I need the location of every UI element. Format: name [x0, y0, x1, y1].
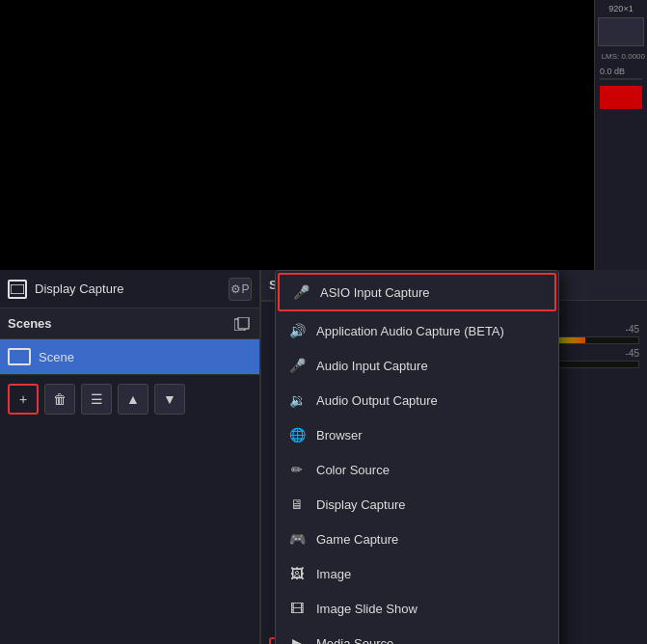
source-settings-button[interactable]: ☰: [81, 384, 112, 415]
delete-icon: 🗑: [53, 391, 67, 407]
scenes-panel-header: Scenes: [0, 309, 259, 339]
scene-item-label: Scene: [39, 350, 74, 364]
svg-rect-2: [238, 317, 249, 329]
svg-rect-3: [13, 352, 25, 362]
menu-icon-asio-input-capture: 🎤: [291, 282, 310, 302]
menu-item-browser[interactable]: 🌐Browser: [276, 417, 558, 452]
preview-right: 920×1 LMS: 0.0000 0.0 dB: [594, 0, 647, 270]
preview-area: 920×1 LMS: 0.0000 0.0 dB: [0, 0, 647, 270]
db-bar-container-1: [600, 78, 642, 80]
menu-icon-display-capture: 🖥: [287, 495, 307, 514]
menu-item-label-display-capture: Display Capture: [316, 497, 547, 512]
monitor-label: 920×1: [608, 4, 633, 13]
menu-icon-application-audio-capture: 🔊: [287, 321, 307, 340]
up-icon: ▲: [126, 391, 140, 407]
scene-item-scene[interactable]: Scene: [0, 339, 259, 374]
menu-icon-image-slide-show: 🎞: [287, 599, 307, 618]
display-capture-text: Display Capture: [35, 282, 221, 296]
menu-icon-browser: 🌐: [287, 425, 307, 444]
menu-icon-image: 🖼: [287, 564, 307, 583]
bottom-toolbar: + 🗑 ☰ ▲ ▼: [0, 374, 259, 422]
gear-button[interactable]: ⚙ P: [229, 278, 252, 301]
menu-item-label-browser: Browser: [316, 428, 547, 443]
red-indicator: [600, 86, 642, 109]
menu-item-label-game-capture: Game Capture: [316, 532, 547, 547]
menu-item-label-asio-input-capture: ASIO Input Capture: [320, 285, 543, 300]
menu-item-image-slide-show[interactable]: 🎞Image Slide Show: [276, 591, 558, 626]
down-icon: ▼: [163, 391, 176, 407]
display-capture-icon: [8, 280, 27, 299]
menu-item-label-media-source: Media Source: [316, 636, 547, 645]
scenes-panel: Scenes Scene: [0, 309, 260, 374]
menu-item-label-color-source: Color Source: [316, 463, 547, 477]
menu-icon-game-capture: 🎮: [287, 529, 307, 549]
source-dropdown-menu: 🎤ASIO Input Capture🔊Application Audio Ca…: [275, 270, 559, 644]
gear-icon: ⚙: [230, 282, 241, 296]
bottom-panel: Display Capture ⚙ P Scenes: [0, 270, 647, 644]
delete-source-button[interactable]: 🗑: [44, 384, 75, 415]
menu-item-label-audio-input-capture: Audio Input Capture: [316, 359, 547, 373]
menu-item-audio-input-capture[interactable]: 🎤Audio Input Capture: [276, 348, 558, 383]
menu-item-application-audio-capture[interactable]: 🔊Application Audio Capture (BETA): [276, 313, 558, 348]
display-capture-bar: Display Capture ⚙ P: [0, 270, 259, 309]
db-row-1: 0.0 dB: [600, 67, 642, 76]
menu-item-asio-input-capture[interactable]: 🎤ASIO Input Capture: [280, 275, 554, 309]
menu-item-image[interactable]: 🖼Image: [276, 556, 558, 591]
menu-item-audio-output-capture[interactable]: 🔉Audio Output Capture: [276, 383, 558, 417]
monitor-preview: [598, 17, 644, 46]
settings-icon: ☰: [91, 391, 103, 407]
scenes-panel-title: Scenes: [8, 316, 52, 331]
left-panel: Display Capture ⚙ P Scenes: [0, 270, 260, 644]
svg-rect-0: [11, 284, 24, 294]
move-down-button[interactable]: ▼: [154, 384, 185, 415]
menu-item-label-application-audio-capture: Application Audio Capture (BETA): [316, 324, 547, 338]
scenes-panel-copy-btn[interactable]: [232, 314, 252, 334]
menu-item-color-source[interactable]: ✏Color Source: [276, 452, 558, 487]
db-meter: 0.0 dB: [600, 67, 642, 80]
preview-main: [0, 0, 594, 270]
menu-icon-audio-input-capture: 🎤: [287, 356, 307, 375]
menu-item-media-source[interactable]: ▶Media Source: [276, 626, 558, 644]
add-source-button[interactable]: +: [8, 384, 39, 415]
lms-label: LMS: 0.0000: [597, 52, 645, 61]
menu-icon-media-source: ▶: [287, 633, 307, 644]
gear-label-text: P: [241, 282, 249, 296]
menu-item-label-audio-output-capture: Audio Output Capture: [316, 393, 547, 408]
menu-item-display-capture[interactable]: 🖥Display Capture: [276, 487, 558, 522]
db-value-1: 0.0 dB: [600, 67, 625, 76]
menu-item-label-image: Image: [316, 567, 547, 581]
menu-icon-color-source: ✏: [287, 460, 307, 479]
menu-item-game-capture[interactable]: 🎮Game Capture: [276, 522, 558, 556]
move-up-button[interactable]: ▲: [118, 384, 148, 415]
add-icon: +: [19, 391, 27, 407]
menu-item-label-image-slide-show: Image Slide Show: [316, 602, 547, 616]
app-container: 920×1 LMS: 0.0000 0.0 dB: [0, 0, 647, 644]
menu-icon-audio-output-capture: 🔉: [287, 390, 307, 410]
scene-icon: [8, 348, 31, 365]
